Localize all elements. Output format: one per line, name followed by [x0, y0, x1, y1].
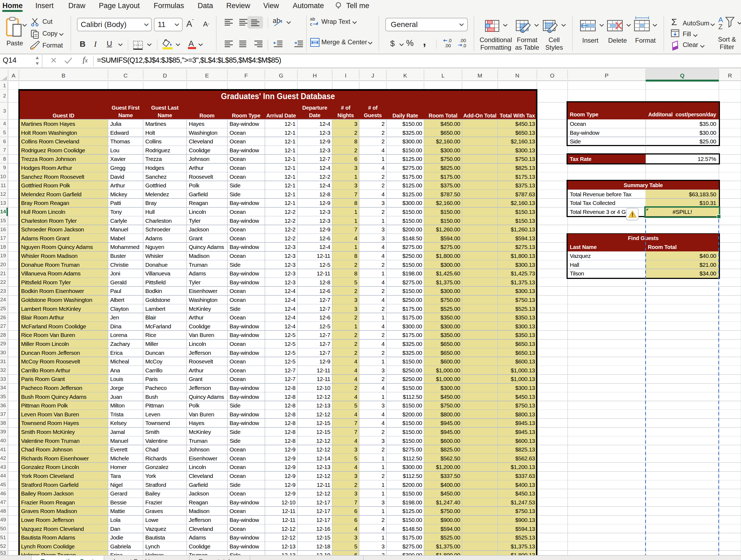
svg-text:.0: .0 [462, 43, 466, 48]
svg-text:.00: .00 [460, 38, 466, 43]
svg-text:c: c [310, 21, 313, 27]
svg-text:ab: ab [310, 16, 315, 21]
svg-text:.00: .00 [445, 43, 451, 48]
svg-text:.0: .0 [448, 38, 452, 43]
